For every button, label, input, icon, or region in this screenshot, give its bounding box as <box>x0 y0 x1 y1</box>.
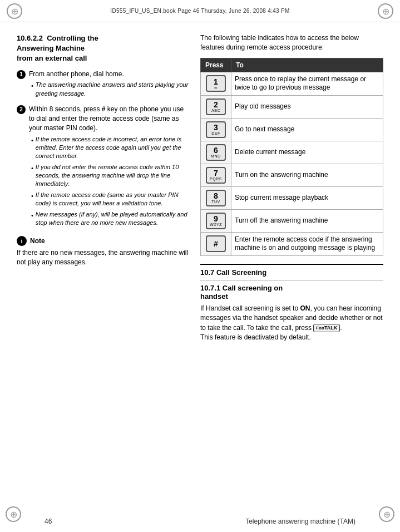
note-label: i Note <box>17 236 189 246</box>
key-button: 8TUV <box>206 190 226 206</box>
note-text: If there are no new messages, the answer… <box>17 248 189 267</box>
on-bold: ON <box>300 304 310 312</box>
key-main: 7 <box>214 169 218 177</box>
section-divider-1071 <box>200 280 383 280</box>
left-column: 10.6.2.2 Controlling theAnswering Machin… <box>17 33 189 499</box>
table-row: 2ABCPlay old messages <box>201 95 383 118</box>
step-2-bullet-1: • If the remote access code is incorrect… <box>31 135 189 161</box>
key-cell: 2ABC <box>201 95 231 118</box>
table-header-to: To <box>231 58 383 72</box>
key-sub: PQRS <box>210 177 222 181</box>
bullet-dot: • <box>31 136 33 145</box>
key-sub: MNO <box>211 154 221 158</box>
page-footer: ⊕ 46 Telephone answering machine (TAM) ⊕ <box>0 518 400 525</box>
section-heading-10622: 10.6.2.2 Controlling theAnswering Machin… <box>17 33 189 64</box>
step-2-content: Within 8 seconds, press # key on the pho… <box>29 105 189 229</box>
page-header: ⊕ ID555_IFU_US_EN.book Page 46 Thursday,… <box>0 0 400 22</box>
page: ⊕ ID555_IFU_US_EN.book Page 46 Thursday,… <box>0 0 400 532</box>
step-2-bullets: • If the remote access code is incorrect… <box>29 135 189 228</box>
top-right-corner-mark: ⊕ <box>378 3 393 19</box>
bullet-dot: • <box>31 164 33 173</box>
key-description: Go to next message <box>231 118 383 141</box>
key-cell: 7PQRS <box>201 164 231 186</box>
table-row: 7PQRSTurn on the answering machine <box>201 164 383 186</box>
steps-list: 1 From another phone, dial home. • The a… <box>17 70 189 230</box>
key-main: # <box>214 240 218 248</box>
step-2-bullet-4: • New messages (if any), will be played … <box>31 210 189 228</box>
right-column: The following table indicates how to acc… <box>200 33 383 499</box>
key-button: # <box>206 235 226 252</box>
intro-text: The following table indicates how to acc… <box>200 33 383 52</box>
bullet-dot: • <box>31 82 33 90</box>
step-2: 2 Within 8 seconds, press # key on the p… <box>17 105 189 229</box>
note-icon: i <box>17 236 27 246</box>
section-107-heading: 10.7 Call Screening <box>200 268 383 277</box>
key-button: 9WXYZ <box>206 213 226 229</box>
header-text: ID555_IFU_US_EN.book Page 46 Thursday, J… <box>110 8 289 14</box>
key-sub: DEF <box>211 131 220 135</box>
key-description: Delete current message <box>231 141 383 164</box>
top-left-corner-mark: ⊕ <box>7 3 22 19</box>
step-2-bullet-3: • If the remote access code (same as you… <box>31 191 189 208</box>
key-button: 1∞ <box>206 75 226 92</box>
step-2-main: Within 8 seconds, press # key on the pho… <box>29 105 189 132</box>
table-row: 1∞Press once to replay the current messa… <box>201 72 383 95</box>
key-cell: 6MNO <box>201 141 231 164</box>
remote-access-table: Press To 1∞Press once to replay the curr… <box>200 58 383 256</box>
table-row: 9WXYZTurn off the answering machine <box>201 209 383 232</box>
key-main: 2 <box>214 101 218 109</box>
key-description: Turn off the answering machine <box>231 209 383 232</box>
section-107-title: Call Screening <box>216 268 266 277</box>
key-sub: ∞ <box>214 86 218 90</box>
section-1071-heading: 10.7.1 Call screening onhandset <box>200 284 383 301</box>
section-1071-body: If Handset call screening is set to ON, … <box>200 304 383 343</box>
key-cell: # <box>201 232 231 255</box>
key-sub: TUV <box>211 200 220 204</box>
key-button: 6MNO <box>206 144 226 161</box>
step-2-bullet-2: • If you did not enter the remote access… <box>31 163 189 189</box>
footer-title: Telephone answering machine (TAM) <box>245 518 355 525</box>
step-1-badge: 1 <box>17 70 26 79</box>
key-button: 2ABC <box>206 98 226 115</box>
table-row: 6MNODelete current message <box>201 141 383 164</box>
section-divider-107 <box>200 264 383 265</box>
step-1-bullet-1: • The answering machine answers and star… <box>31 81 189 98</box>
key-cell: 3DEF <box>201 118 231 141</box>
key-main: 1 <box>214 78 218 86</box>
key-main: 6 <box>214 146 218 154</box>
key-cell: 8TUV <box>201 186 231 209</box>
table-row: #Enter the remote access code if the ans… <box>201 232 383 255</box>
section-107-num: 10.7 <box>200 268 214 277</box>
key-cell: 9WXYZ <box>201 209 231 232</box>
key-description: Enter the remote access code if the answ… <box>231 232 383 255</box>
table-header-press: Press <box>201 58 231 72</box>
key-sub: ABC <box>211 109 220 112</box>
step-1-main: From another phone, dial home. <box>29 70 189 79</box>
step-1-bullets: • The answering machine answers and star… <box>29 81 189 98</box>
footer-page-number: 46 <box>45 518 52 525</box>
table-row: 3DEFGo to next message <box>201 118 383 141</box>
step-1-content: From another phone, dial home. • The ans… <box>29 70 189 101</box>
key-description: Press once to replay the current message… <box>231 72 383 95</box>
key-description: Play old messages <box>231 95 383 118</box>
note-box: i Note If there are no new messages, the… <box>17 236 189 267</box>
bottom-right-corner-mark: ⊕ <box>379 506 394 522</box>
key-cell: 1∞ <box>201 72 231 95</box>
key-sub: WXYZ <box>210 223 222 226</box>
step-2-badge: 2 <box>17 105 26 114</box>
key-description: Turn on the answering machine <box>231 164 383 186</box>
note-label-text: Note <box>30 237 45 246</box>
key-button: 3DEF <box>206 121 226 138</box>
bottom-left-corner-mark: ⊕ <box>6 506 21 522</box>
main-content: 10.6.2.2 Controlling theAnswering Machin… <box>0 22 400 510</box>
key-main: 3 <box>214 124 218 131</box>
step-1: 1 From another phone, dial home. • The a… <box>17 70 189 101</box>
key-main: 8 <box>214 192 218 200</box>
bullet-dot: • <box>31 192 33 200</box>
talk-button-inline: Fon TALK <box>313 324 340 332</box>
table-row: 8TUVStop current message playback <box>201 186 383 209</box>
bullet-dot: • <box>31 211 33 220</box>
section-1071-num: 10.7.1 <box>200 284 220 292</box>
key-button: 7PQRS <box>206 167 226 184</box>
key-description: Stop current message playback <box>231 186 383 209</box>
